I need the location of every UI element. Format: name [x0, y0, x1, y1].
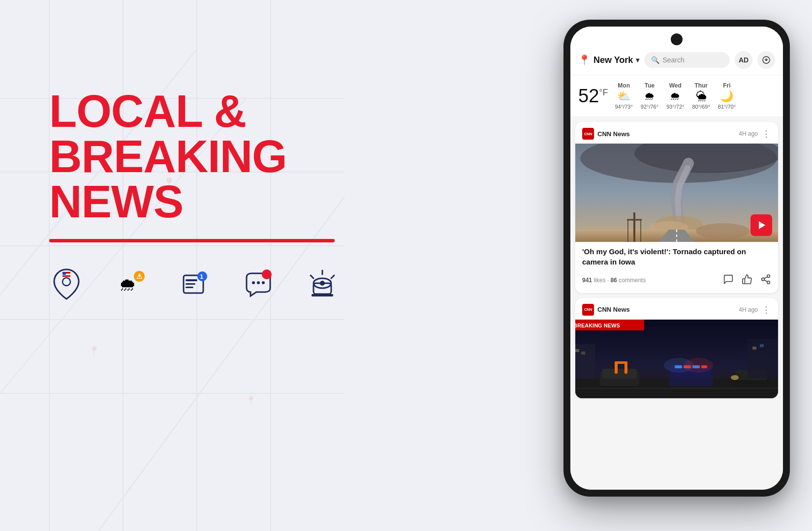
svg-line-35 [311, 275, 313, 278]
search-bar[interactable]: 🔍 Search [644, 52, 730, 68]
news-image-night: BREAKING NEWS [575, 320, 778, 398]
weather-alert-icon: 🌧 ⚠ [113, 267, 148, 301]
svg-text:🌧: 🌧 [119, 274, 136, 295]
news-icon: 1 [177, 267, 212, 301]
cnn-logo-2: CNN [582, 304, 594, 316]
svg-text:📍: 📍 [89, 346, 100, 356]
news-card-header-2: CNN CNN News 4H ago ⋮ [575, 298, 778, 320]
svg-point-56 [762, 278, 765, 281]
svg-text:⚠: ⚠ [136, 272, 143, 280]
news-time-1: 4H ago [739, 130, 758, 137]
svg-rect-40 [312, 294, 333, 296]
svg-rect-27 [186, 287, 193, 288]
weather-strip: 52°F Mon ⛅ 94°/73° Tue 🌧 92°/76° [570, 75, 783, 117]
svg-line-36 [331, 275, 334, 278]
likes-count: 941 [582, 277, 592, 284]
action-icons-1 [723, 274, 771, 287]
feature-icon-news: 1 [177, 267, 212, 301]
weather-day-fri: Fri 🌙 81°/70° [718, 82, 736, 110]
temp-value: 52 [578, 86, 599, 106]
red-divider [49, 239, 335, 242]
svg-rect-82 [581, 352, 585, 354]
svg-rect-79 [615, 361, 627, 364]
feature-icon-location [49, 267, 84, 301]
weather-day-mon: Mon ⛅ 94°/73° [615, 82, 632, 110]
download-button[interactable] [757, 51, 775, 69]
day-icon-thur: 🌦 [696, 90, 707, 103]
phone-camera [671, 33, 683, 45]
svg-point-57 [767, 281, 770, 284]
svg-rect-25 [186, 279, 197, 281]
phone-outer-shell: 📍 New York ▾ 🔍 Search AD [563, 20, 790, 497]
comments-label: comments [619, 277, 646, 284]
headline-line3: NEWS [49, 179, 354, 224]
day-temp-thur: 80°/69° [692, 104, 710, 110]
source-name-1: CNN News [597, 130, 630, 138]
source-info-2: CNN CNN News [582, 304, 630, 316]
svg-point-55 [767, 275, 770, 278]
svg-rect-26 [186, 283, 195, 285]
day-name-fri: Fri [723, 82, 730, 89]
svg-line-59 [764, 277, 767, 279]
feature-icons: 🌧 ⚠ 1 [49, 267, 354, 301]
day-temp-fri: 81°/70° [718, 104, 736, 110]
day-icon-fri: 🌙 [720, 90, 733, 103]
weather-day-wed: Wed 🌧 93°/72° [666, 82, 684, 110]
day-name-tue: Tue [645, 82, 655, 89]
likes-label: likes · [593, 277, 610, 284]
ad-free-button[interactable]: AD [735, 51, 752, 69]
svg-point-76 [731, 375, 739, 380]
engagement-text-1: 941 likes · 86 comments [582, 277, 720, 284]
svg-point-39 [320, 281, 325, 286]
search-icon: 🔍 [651, 56, 659, 64]
feature-icon-weather-alert: 🌧 ⚠ [113, 267, 148, 301]
cnn-logo-1: CNN [582, 128, 594, 140]
svg-rect-81 [575, 349, 579, 352]
day-temp-mon: 94°/73° [615, 104, 632, 110]
alert-siren-icon [305, 267, 340, 301]
weather-day-tue: Tue 🌧 92°/76° [641, 82, 658, 110]
tornado-scene [575, 144, 778, 242]
share-icon[interactable] [760, 274, 771, 287]
comments-count: 86 [610, 277, 617, 284]
day-temp-wed: 93°/72° [666, 104, 684, 110]
svg-rect-20 [62, 272, 66, 275]
news-card-tornado[interactable]: CNN CNN News 4H ago ⋮ [575, 122, 778, 293]
news-title-1: 'Oh my God, it's violent!': Tornado capt… [575, 242, 778, 270]
weather-day-thur: Thur 🌦 80°/69° [692, 82, 710, 110]
svg-rect-85 [760, 344, 764, 347]
news-image-tornado [575, 144, 778, 242]
headline-line2: BREAKING [49, 134, 354, 179]
svg-point-53 [696, 223, 750, 239]
location-icon [49, 267, 84, 301]
svg-rect-84 [752, 347, 756, 350]
svg-line-58 [764, 280, 767, 282]
chevron-down-icon: ▾ [636, 56, 639, 64]
weather-forecast: Mon ⛅ 94°/73° Tue 🌧 92°/76° Wed 🌧 93 [615, 82, 775, 110]
news-time-2: 4H ago [739, 306, 758, 313]
news-footer-1: 941 likes · 86 comments [575, 270, 778, 293]
day-name-mon: Mon [618, 82, 630, 89]
comment-icon[interactable] [723, 274, 734, 287]
phone-screen: 📍 New York ▾ 🔍 Search AD [570, 27, 783, 490]
source-info-1: CNN CNN News [582, 128, 630, 140]
news-menu-1[interactable]: ⋮ [762, 128, 771, 139]
svg-point-31 [257, 281, 260, 284]
day-temp-tue: 92°/76° [641, 104, 658, 110]
location-name: New York [593, 55, 633, 65]
svg-point-33 [262, 269, 272, 279]
headline-line1: LOCAL & [49, 88, 354, 134]
svg-point-30 [252, 281, 255, 284]
day-name-wed: Wed [669, 82, 682, 89]
source-name-2: CNN News [597, 306, 630, 313]
like-icon[interactable] [742, 274, 752, 287]
chat-icon [241, 267, 276, 301]
news-card-night[interactable]: CNN CNN News 4H ago ⋮ [575, 298, 778, 398]
news-menu-2[interactable]: ⋮ [762, 304, 771, 315]
feature-icon-chat [241, 267, 276, 301]
location-selector[interactable]: 📍 New York ▾ [578, 54, 639, 66]
play-button-1[interactable] [750, 214, 772, 236]
svg-rect-19 [62, 275, 70, 277]
svg-text:BREAKING NEWS: BREAKING NEWS [575, 323, 620, 328]
phone-mockup: 📍 New York ▾ 🔍 Search AD [556, 20, 797, 511]
